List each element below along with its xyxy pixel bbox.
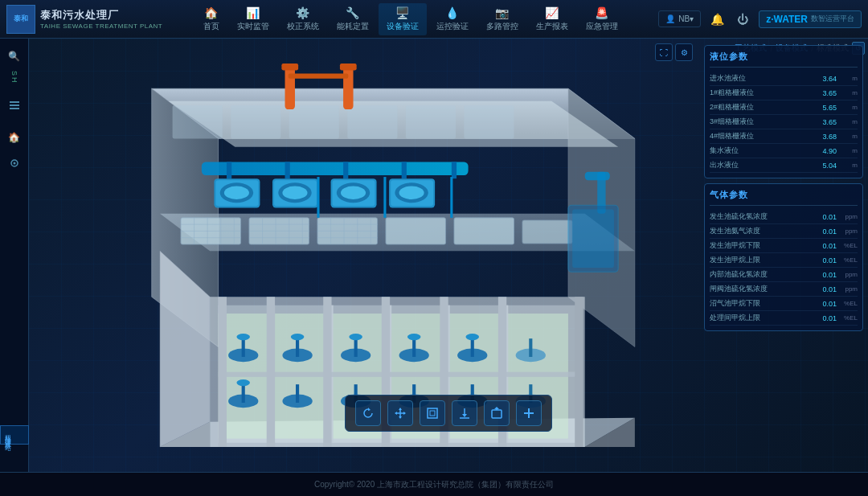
sidebar-item-list[interactable] [3, 94, 26, 117]
user-name: NB▾ [678, 14, 694, 23]
flow-icon: 💧 [445, 6, 459, 19]
level-label-6: 出水液位 [710, 160, 813, 170]
gas-value-0: 0.01 [813, 213, 837, 221]
nav-monitor[interactable]: 📷 多路管控 [478, 3, 526, 35]
sidebar-item-search[interactable]: 🔍 [3, 45, 26, 68]
svg-rect-94 [296, 384, 299, 403]
nav-production[interactable]: 📈 生产报表 [528, 3, 576, 35]
gas-value-5: 0.01 [813, 285, 837, 293]
user-area[interactable]: 👤 NB▾ [658, 10, 701, 27]
zwater-sub: 数智运营平台 [811, 14, 854, 24]
svg-point-102 [407, 334, 421, 340]
zwater-logo: z·WATER [766, 14, 808, 25]
svg-marker-131 [399, 416, 402, 419]
svg-point-92 [291, 334, 305, 340]
svg-rect-14 [464, 105, 514, 138]
svg-rect-1 [10, 105, 19, 106]
svg-marker-127 [368, 408, 371, 411]
svg-rect-2 [10, 108, 19, 109]
gas-value-4: 0.01 [813, 271, 837, 279]
svg-point-107 [465, 334, 479, 340]
sidebar-item-view[interactable] [3, 152, 26, 174]
gas-params-card: 气体参数 发生池硫化氢浓度 0.01 ppm 发生池氨气浓度 0.01 ppm … [704, 183, 863, 331]
production-icon: 📈 [545, 6, 559, 19]
nav-alert[interactable]: 🚨 应急管理 [578, 3, 626, 35]
gas-row-0: 发生池硫化氢浓度 0.01 ppm [710, 210, 858, 224]
level-row-6: 出水液位 5.04 m [710, 158, 858, 173]
nav-facility[interactable]: 🔧 能耗定置 [329, 3, 377, 35]
main-content: 工艺模式 / 设备模式 / 标准模式 ↺ ⛶ ⚙ [29, 39, 868, 472]
svg-rect-12 [347, 105, 397, 138]
svg-rect-91 [296, 338, 299, 357]
level-unit-4: m [838, 133, 858, 140]
reset-btn[interactable] [420, 400, 445, 426]
svg-rect-96 [354, 338, 358, 357]
gas-label-3: 发生池甲烷上限 [710, 255, 813, 265]
nav-facility-label: 能耗定置 [337, 21, 369, 32]
gas-row-6: 沼气池甲烷下限 0.01 %EL [710, 297, 858, 311]
download-btn[interactable] [452, 400, 477, 426]
nav-monitor-label: 多路管控 [486, 21, 518, 32]
gas-label-7: 处理间甲烷上限 [710, 313, 813, 323]
logo-text: 泰和污水处理厂 TAIHE SEWAGE TREATMENT PLANT [40, 8, 162, 30]
rotate-btn[interactable] [355, 400, 381, 426]
svg-rect-17 [343, 64, 353, 109]
svg-rect-139 [492, 410, 502, 418]
level-value-3: 3.65 [813, 118, 837, 126]
svg-point-4 [13, 162, 15, 164]
move-btn[interactable] [387, 400, 413, 426]
toolbar-3d [345, 395, 552, 432]
svg-point-29 [224, 186, 249, 199]
bell-icon[interactable]: 🔔 [707, 10, 727, 29]
svg-point-97 [349, 334, 362, 340]
level-label-5: 集水液位 [710, 146, 813, 156]
footer-bar: Copyright© 2020 上海市政工程设计研究总院（集团）有限责任公司 [0, 472, 868, 496]
level-row-4: 4#细格栅液位 3.68 m [710, 129, 858, 144]
svg-rect-88 [242, 384, 245, 403]
gas-row-2: 发生池甲烷下限 0.01 %EL [710, 239, 858, 253]
top-nav: 泰和 泰和污水处理厂 TAIHE SEWAGE TREATMENT PLANT … [0, 0, 868, 39]
gas-value-1: 0.01 [813, 228, 837, 236]
gas-unit-7: %EL [838, 314, 858, 322]
nav-process[interactable]: ⚙️ 校正系统 [279, 3, 327, 35]
user-icon: 👤 [665, 14, 675, 23]
svg-rect-19 [289, 74, 349, 79]
svg-rect-23 [343, 162, 348, 178]
home-icon: 🏠 [204, 6, 218, 19]
svg-rect-114 [219, 297, 227, 447]
gas-row-5: 闸阀池硫化氢浓度 0.01 ppm [710, 282, 858, 297]
svg-marker-137 [462, 414, 467, 417]
sidebar-item-home2[interactable]: 🏠 [3, 126, 26, 149]
svg-rect-10 [231, 105, 280, 138]
svg-rect-124 [572, 209, 614, 268]
svg-rect-11 [289, 105, 339, 138]
share-btn[interactable] [484, 400, 510, 426]
level-value-5: 4.90 [813, 147, 837, 155]
nav-home[interactable]: 🏠 首页 [195, 3, 227, 35]
alert-nav-icon: 🚨 [595, 6, 608, 19]
svg-point-33 [282, 186, 307, 199]
level-value-4: 3.68 [813, 133, 837, 141]
monitor-icon: 📷 [495, 6, 509, 19]
nav-flow[interactable]: 💧 运控验证 [428, 3, 477, 35]
level-unit-1: m [838, 89, 858, 96]
level-label-1: 1#粗格栅液位 [710, 88, 813, 98]
svg-rect-13 [406, 105, 456, 138]
svg-rect-101 [412, 338, 416, 357]
gas-unit-1: ppm [838, 228, 858, 235]
power-icon[interactable]: ⏻ [733, 10, 752, 29]
copyright-text: Copyright© 2020 上海市政工程设计研究总院（集团）有限责任公司 [314, 479, 554, 490]
nav-equipment[interactable]: 🖥️ 设备验证 [379, 3, 427, 35]
sidebar-item-sh[interactable]: SH [10, 71, 18, 84]
gas-value-6: 0.01 [813, 300, 837, 308]
nav-realtime[interactable]: 📊 实时监管 [229, 3, 277, 35]
level-params-card: 液位参数 进水池液位 3.64 m 1#粗格栅液位 3.65 m 2#粗格栅液位… [704, 45, 863, 178]
add-btn[interactable] [516, 400, 542, 426]
svg-rect-22 [285, 162, 290, 178]
gas-label-6: 沼气池甲烷下限 [710, 298, 813, 309]
level-unit-5: m [838, 147, 858, 154]
svg-rect-134 [428, 408, 437, 418]
nav-realtime-label: 实时监管 [237, 21, 269, 32]
gas-value-2: 0.01 [813, 242, 837, 250]
gas-row-7: 处理间甲烷上限 0.01 %EL [710, 311, 858, 326]
